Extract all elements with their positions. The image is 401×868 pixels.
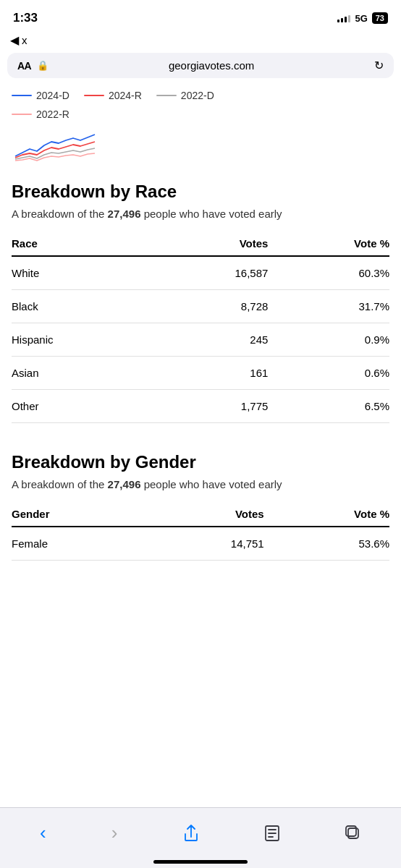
col-race: Race bbox=[12, 231, 154, 256]
gender-section-subtitle: A breakdown of the 27,496 people who hav… bbox=[12, 477, 389, 492]
gender-section-title: Breakdown by Gender bbox=[12, 452, 389, 472]
race-subtitle-pre: A breakdown of the bbox=[12, 208, 108, 220]
legend-2024-d: 2024-D bbox=[12, 90, 69, 101]
col-vote-pct: Vote % bbox=[268, 231, 389, 256]
race-cell-race: Hispanic bbox=[12, 323, 154, 357]
section-spacer bbox=[0, 423, 401, 452]
race-cell-pct: 60.3% bbox=[268, 256, 389, 290]
legend-label-2022-d: 2022-D bbox=[181, 90, 214, 101]
browser-address-bar[interactable]: AA 🔒 georgiavotes.com ↻ bbox=[7, 53, 394, 78]
race-table-row: Other 1,775 6.5% bbox=[12, 390, 389, 423]
race-cell-pct: 6.5% bbox=[268, 390, 389, 423]
col-gender-pct: Vote % bbox=[264, 502, 389, 527]
race-cell-race: White bbox=[12, 256, 154, 290]
gender-subtitle-post: people who have voted early bbox=[140, 478, 282, 490]
race-cell-pct: 0.9% bbox=[268, 323, 389, 357]
legend-label-2022-r: 2022-R bbox=[36, 109, 69, 120]
race-table-header: Race Votes Vote % bbox=[12, 231, 389, 256]
legend-line-2024-r bbox=[84, 95, 104, 97]
gender-cell-gender: Female bbox=[12, 527, 146, 561]
bookmarks-icon bbox=[264, 825, 280, 842]
gender-table: Gender Votes Vote % Female 14,751 53.6% bbox=[12, 502, 389, 561]
race-table: Race Votes Vote % White 16,587 60.3% Bla… bbox=[12, 231, 389, 423]
race-cell-votes: 16,587 bbox=[154, 256, 268, 290]
legend-2022-d: 2022-D bbox=[156, 90, 214, 101]
back-x-button[interactable]: ◀ x bbox=[10, 33, 28, 47]
race-table-row: Asian 161 0.6% bbox=[12, 357, 389, 390]
gender-cell-pct: 53.6% bbox=[264, 527, 389, 561]
gender-subtitle-pre: A breakdown of the bbox=[12, 478, 108, 490]
legend-2024-r: 2024-R bbox=[84, 90, 142, 101]
legend-line-2024-d bbox=[12, 95, 32, 97]
status-bar: 1:33 5G 73 bbox=[0, 0, 401, 32]
url-display[interactable]: georgiavotes.com bbox=[54, 59, 368, 72]
race-cell-votes: 8,728 bbox=[154, 290, 268, 323]
legend-label-2024-d: 2024-D bbox=[36, 90, 69, 101]
race-total: 27,496 bbox=[108, 208, 141, 220]
race-table-row: Black 8,728 31.7% bbox=[12, 290, 389, 323]
race-table-row: White 16,587 60.3% bbox=[12, 256, 389, 290]
race-subtitle-post: people who have voted early bbox=[140, 208, 282, 220]
status-time: 1:33 bbox=[13, 11, 38, 25]
share-icon bbox=[183, 825, 199, 842]
col-votes: Votes bbox=[154, 231, 268, 256]
mini-chart bbox=[12, 127, 389, 167]
chart-legend-row2: 2022-R bbox=[12, 109, 389, 120]
back-button[interactable]: ‹ bbox=[40, 822, 46, 844]
race-cell-race: Other bbox=[12, 390, 154, 423]
col-gender-votes: Votes bbox=[146, 502, 264, 527]
legend-line-2022-r bbox=[12, 114, 32, 116]
race-cell-votes: 1,775 bbox=[154, 390, 268, 423]
font-size-button[interactable]: AA bbox=[17, 60, 31, 72]
gender-cell-votes: 14,751 bbox=[146, 527, 264, 561]
legend-line-2022-d bbox=[156, 95, 177, 97]
race-cell-votes: 161 bbox=[154, 357, 268, 390]
battery-indicator: 73 bbox=[372, 12, 388, 24]
col-gender: Gender bbox=[12, 502, 146, 527]
lock-icon: 🔒 bbox=[37, 60, 48, 71]
bookmarks-button[interactable] bbox=[264, 825, 280, 842]
status-icons: 5G 73 bbox=[337, 12, 388, 24]
network-type: 5G bbox=[355, 13, 367, 24]
forward-button[interactable]: › bbox=[111, 822, 118, 844]
race-cell-pct: 0.6% bbox=[268, 357, 389, 390]
tabs-button[interactable] bbox=[345, 825, 361, 841]
chart-section: 2024-D 2024-R 2022-D 2022-R bbox=[0, 81, 401, 167]
gender-total: 27,496 bbox=[108, 478, 141, 490]
home-indicator bbox=[153, 860, 248, 864]
race-section-subtitle: A breakdown of the 27,496 people who hav… bbox=[12, 206, 389, 221]
share-button[interactable] bbox=[183, 825, 199, 842]
chart-legend: 2024-D 2024-R 2022-D bbox=[12, 90, 389, 101]
gender-breakdown-section: Breakdown by Gender A breakdown of the 2… bbox=[0, 452, 401, 561]
gender-table-row: Female 14,751 53.6% bbox=[12, 527, 389, 561]
nav-top-bar: ◀ x bbox=[0, 32, 401, 50]
race-section-title: Breakdown by Race bbox=[12, 182, 389, 202]
race-table-row: Hispanic 245 0.9% bbox=[12, 323, 389, 357]
chart-svg bbox=[12, 127, 98, 163]
race-cell-votes: 245 bbox=[154, 323, 268, 357]
tabs-icon bbox=[345, 825, 361, 841]
reload-button[interactable]: ↻ bbox=[374, 59, 384, 72]
race-breakdown-section: Breakdown by Race A breakdown of the 27,… bbox=[0, 182, 401, 423]
race-cell-pct: 31.7% bbox=[268, 290, 389, 323]
gender-table-header: Gender Votes Vote % bbox=[12, 502, 389, 527]
race-cell-race: Asian bbox=[12, 357, 154, 390]
browser-bottom-bar: ‹ › bbox=[0, 807, 401, 868]
legend-label-2024-r: 2024-R bbox=[109, 90, 142, 101]
signal-bars-icon bbox=[337, 14, 350, 22]
race-cell-race: Black bbox=[12, 290, 154, 323]
legend-2022-r: 2022-R bbox=[12, 109, 69, 120]
